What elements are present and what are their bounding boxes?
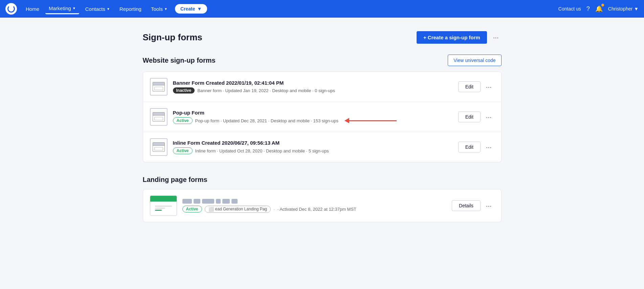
contact-us-link[interactable]: Contact us xyxy=(558,6,581,12)
page-header-actions: + Create a sign-up form ··· xyxy=(417,31,502,44)
form-info: Banner Form Created 2022/01/19, 02:41:04… xyxy=(173,80,453,94)
form-info: Inline Form Created 2020/06/27, 09:56:13… xyxy=(173,140,453,154)
details-button[interactable]: Details xyxy=(452,200,481,211)
view-universal-code-button[interactable]: View universal code xyxy=(448,55,501,66)
nav-marketing[interactable]: Marketing ▼ xyxy=(45,3,79,14)
form-icon xyxy=(150,138,168,156)
nav-home[interactable]: Home xyxy=(22,4,43,14)
notification-badge xyxy=(601,4,604,6)
landing-section-title: Landing page forms xyxy=(143,176,207,184)
user-menu[interactable]: Christopher ▼ xyxy=(608,6,639,12)
arrow-annotation xyxy=(341,118,397,123)
landing-forms-list: Active ⬜ ead Generation Landing Pag · · … xyxy=(143,189,502,222)
form-meta: Active ⬜ ead Generation Landing Pag · · … xyxy=(182,206,447,213)
main-content: Sign-up forms + Create a sign-up form ··… xyxy=(136,18,508,249)
form-more-button[interactable]: ··· xyxy=(483,142,494,152)
table-row: Pop-up Form Active Pop-up form · Updated… xyxy=(143,102,501,132)
form-info: Pop-up Form Active Pop-up form · Updated… xyxy=(173,110,453,124)
form-name: Inline Form Created 2020/06/27, 09:56:13… xyxy=(173,140,453,146)
form-name-blurred xyxy=(182,199,447,204)
form-meta: Active Pop-up form · Updated Dec 28, 202… xyxy=(173,117,453,124)
contacts-chevron-icon: ▼ xyxy=(107,7,110,11)
website-forms-list: Banner Form Created 2022/01/19, 02:41:04… xyxy=(143,71,502,162)
create-chevron-icon: ▼ xyxy=(197,6,202,12)
nav-right-area: Contact us ? 🔔 Christopher ▼ xyxy=(558,5,639,13)
page-more-button[interactable]: ··· xyxy=(490,32,502,43)
nav-contacts[interactable]: Contacts ▼ xyxy=(82,4,113,14)
form-actions: Edit ··· xyxy=(458,142,494,152)
website-section-header: Website sign-up forms View universal cod… xyxy=(143,55,502,66)
status-badge: Active xyxy=(182,206,202,212)
form-icon xyxy=(150,78,168,96)
form-name: Banner Form Created 2022/01/19, 02:41:04… xyxy=(173,80,453,86)
website-section-title: Website sign-up forms xyxy=(143,57,216,64)
form-actions: Edit ··· xyxy=(458,111,494,122)
status-badge: Active xyxy=(173,117,193,124)
form-icon xyxy=(150,108,168,126)
edit-button[interactable]: Edit xyxy=(458,111,481,122)
nav-tools[interactable]: Tools ▼ xyxy=(148,4,171,14)
edit-button[interactable]: Edit xyxy=(458,81,481,92)
tools-chevron-icon: ▼ xyxy=(164,7,168,11)
marketing-chevron-icon: ▼ xyxy=(72,6,76,10)
form-actions: Details ··· xyxy=(452,200,494,211)
table-row: Banner Form Created 2022/01/19, 02:41:04… xyxy=(143,72,501,102)
form-meta: Inactive Banner form · Updated Jan 19, 2… xyxy=(173,87,453,94)
help-icon[interactable]: ? xyxy=(586,5,590,13)
form-more-button[interactable]: ··· xyxy=(483,201,494,211)
landing-page-thumbnail xyxy=(150,195,177,216)
popup-form-icon xyxy=(153,112,165,122)
user-chevron-icon: ▼ xyxy=(634,6,639,12)
status-badge: Inactive xyxy=(173,87,195,94)
form-more-button[interactable]: ··· xyxy=(483,82,494,92)
logo-icon xyxy=(7,5,15,13)
nav-reporting[interactable]: Reporting xyxy=(116,4,145,14)
form-meta: Active Inline form · Updated Oct 28, 202… xyxy=(173,147,453,154)
status-badge: Active xyxy=(173,147,193,154)
inline-form-icon xyxy=(153,142,165,152)
form-info: Active ⬜ ead Generation Landing Pag · · … xyxy=(182,199,447,213)
form-name: Pop-up Form xyxy=(173,110,453,116)
edit-button[interactable]: Edit xyxy=(458,142,481,152)
navbar: Home Marketing ▼ Contacts ▼ Reporting To… xyxy=(0,0,644,18)
notifications-icon[interactable]: 🔔 xyxy=(595,5,603,13)
form-actions: Edit ··· xyxy=(458,81,494,92)
form-more-button[interactable]: ··· xyxy=(483,112,494,122)
create-button[interactable]: Create ▼ xyxy=(175,4,207,14)
table-row: Active ⬜ ead Generation Landing Pag · · … xyxy=(143,189,501,222)
arrow-line xyxy=(349,120,397,121)
table-row: Inline Form Created 2020/06/27, 09:56:13… xyxy=(143,132,501,162)
page-header: Sign-up forms + Create a sign-up form ··… xyxy=(143,31,502,44)
create-signup-form-button[interactable]: + Create a sign-up form xyxy=(417,31,487,44)
landing-section-header: Landing page forms xyxy=(143,176,502,184)
page-title: Sign-up forms xyxy=(143,32,202,43)
arrow-head-icon xyxy=(345,118,349,123)
banner-form-icon xyxy=(153,82,165,91)
app-logo[interactable] xyxy=(5,3,17,15)
landing-page-tag: ⬜ ead Generation Landing Pag xyxy=(205,206,271,213)
